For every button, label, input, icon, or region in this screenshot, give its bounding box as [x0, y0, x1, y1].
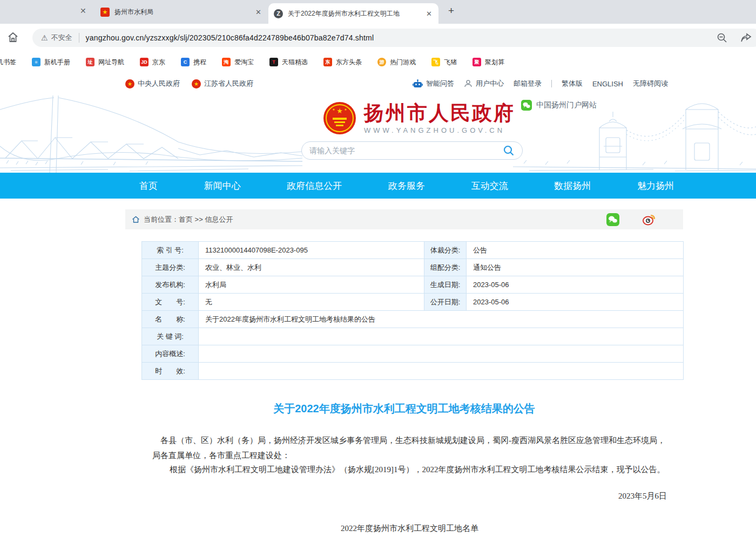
bookmark-favicon-icon: 淘 [222, 58, 231, 66]
table-row: 关 键 词: [142, 328, 684, 345]
wechat-share-icon[interactable] [606, 213, 619, 226]
nav-home[interactable]: 首页 [139, 180, 158, 192]
info-value: 公告 [467, 242, 684, 259]
site-favicon-icon: Z [274, 9, 283, 18]
bookmark-item[interactable]: 机书签 [0, 58, 16, 67]
bookmark-label: 飞猪 [444, 58, 457, 67]
bookmark-favicon-icon: 聚 [473, 58, 481, 66]
bookmark-label: 新机手册 [44, 58, 70, 67]
link-smart-qa[interactable]: 智能问答 [413, 79, 454, 88]
info-label: 时 效: [142, 363, 199, 380]
close-icon[interactable]: ✕ [80, 6, 86, 15]
gov-emblem-icon: ★ [192, 79, 201, 88]
tab-title: 扬州市水利局 [114, 8, 249, 17]
close-icon[interactable]: ✕ [254, 8, 262, 16]
site-banner: ★ ★ ★ 扬州市人民政府 WWW.YANGZHOU.GOV.CN 中国扬州门户… [0, 94, 756, 173]
nav-charm-yangzhou[interactable]: 魅力扬州 [637, 180, 674, 192]
info-label: 发布机构: [142, 276, 199, 294]
nav-data-yangzhou[interactable]: 数据扬州 [554, 180, 591, 192]
info-label: 组配分类: [424, 259, 467, 276]
bookmark-item[interactable]: 址 网址导航 [86, 58, 124, 67]
link-traditional-chinese[interactable]: 繁体版 [562, 79, 583, 88]
nav-news-center[interactable]: 新闻中心 [204, 180, 241, 192]
share-icon[interactable] [740, 32, 753, 44]
close-icon[interactable]: ✕ [425, 10, 433, 18]
info-label: 体裁分类: [424, 242, 467, 259]
tab-yangzhou-water-bureau[interactable]: ★ 扬州市水利局 ✕ [100, 4, 262, 19]
info-value [199, 345, 684, 363]
bookmark-label: 京东 [152, 58, 165, 67]
bookmark-item[interactable]: C 携程 [181, 58, 206, 67]
url-omnibox[interactable]: ⚠ 不安全 yangzhou.gov.cn/yzszxxgk/slj/20230… [32, 29, 756, 47]
divider [551, 80, 552, 87]
bookmark-item[interactable]: 聚 聚划算 [473, 58, 504, 67]
bookmark-favicon-icon: 址 [86, 58, 94, 66]
breadcrumb: 当前位置： 首页 >> 信息公开 [125, 209, 683, 229]
gov-emblem-icon: ★ [100, 8, 110, 17]
bookmark-item[interactable]: 飞 飞猪 [431, 58, 457, 67]
site-logo[interactable]: ★ ★ ★ 扬州市人民政府 WWW.YANGZHOU.GOV.CN [323, 101, 515, 135]
nav-interaction[interactable]: 互动交流 [471, 180, 508, 192]
user-icon [464, 79, 473, 88]
bookmark-label: 热门游戏 [390, 58, 416, 67]
info-label: 文 号: [142, 294, 199, 311]
weibo-share-icon[interactable] [642, 213, 656, 226]
info-label: 生成日期: [424, 276, 467, 294]
url-text[interactable]: yangzhou.gov.cn/yzszxxgk/slj/202305/210c… [86, 33, 374, 42]
search-icon[interactable] [503, 145, 515, 156]
document-info-table: 索 引 号: 11321000014407098E-2023-095 体裁分类:… [141, 241, 684, 380]
nav-gov-services[interactable]: 政务服务 [388, 180, 425, 192]
link-central-gov[interactable]: ★ 中央人民政府 [125, 79, 180, 88]
link-accessibility[interactable]: 无障碍阅读 [633, 79, 668, 88]
link-user-center[interactable]: 用户中心 [464, 79, 504, 88]
info-label: 关 键 词: [142, 328, 199, 345]
info-value: 2023-05-06 [467, 294, 684, 311]
info-value [199, 328, 684, 345]
link-english[interactable]: ENGLISH [592, 80, 623, 88]
link-mail-login[interactable]: 邮箱登录 [514, 79, 542, 88]
info-value: 水利局 [199, 276, 424, 294]
bookmark-label: 天猫精选 [282, 58, 308, 67]
bookmark-favicon-icon: C [181, 58, 190, 66]
bookmark-item[interactable]: 游 热门游戏 [377, 58, 416, 67]
tab-announcement-active[interactable]: Z 关于2022年度扬州市水利工程文明工地 ✕ [268, 3, 438, 24]
portal-link[interactable]: 中国扬州门户网站 [521, 100, 597, 111]
bookmark-item[interactable]: T 天猫精选 [269, 58, 308, 67]
bookmark-label: 爱淘宝 [234, 58, 254, 67]
bookmark-item[interactable]: ≡ 新机手册 [32, 58, 70, 67]
browser-address-bar: ⚠ 不安全 yangzhou.gov.cn/yzszxxgk/slj/20230… [0, 24, 756, 51]
link-jiangsu-gov[interactable]: ★ 江苏省人民政府 [192, 79, 253, 88]
article-date: 2023年5月6日 [152, 488, 667, 503]
breadcrumb-prefix: 当前位置： [144, 215, 179, 224]
gov-utility-bar: ★ 中央人民政府 ★ 江苏省人民政府 智能问答 用户中心 邮箱登录 繁体版 [0, 73, 756, 94]
bookmark-item[interactable]: 淘 爱淘宝 [222, 58, 254, 67]
home-icon[interactable] [6, 31, 19, 44]
new-tab-button[interactable]: + [448, 5, 454, 17]
security-label: 不安全 [51, 33, 79, 43]
wechat-icon [521, 100, 532, 111]
info-label: 内容概述: [142, 345, 199, 363]
tab-title: 关于2022年度扬州市水利工程文明工地 [288, 9, 420, 18]
security-warning-icon[interactable]: ⚠ [41, 33, 48, 42]
bookmark-label: 携程 [193, 58, 206, 67]
article-paragraph: 各县（市、区）水利（务）局，扬州经济开发区城乡事务管理局，生态科技新城规划建设局… [152, 433, 667, 463]
search-input[interactable] [309, 146, 503, 155]
article-paragraph: 根据《扬州市水利工程文明工地建设管理办法》（扬水规[2019]1号），2022年… [152, 462, 667, 477]
zoom-out-icon[interactable] [716, 32, 728, 44]
nav-gov-info-disclosure[interactable]: 政府信息公开 [287, 180, 342, 192]
info-value: 通知公告 [467, 259, 684, 276]
site-title: 扬州市人民政府 [364, 103, 515, 124]
bookmark-favicon-icon: 飞 [431, 58, 440, 66]
bookmark-item[interactable]: 东 东方头条 [323, 58, 362, 67]
breadcrumb-path[interactable]: 首页 >> 信息公开 [179, 215, 233, 224]
bookmarks-bar: 机书签 ≡ 新机手册 址 网址导航 JD 京东 C 携程 淘 爱淘宝 T 天猫精… [0, 51, 756, 73]
bookmark-label: 东方头条 [336, 58, 362, 67]
bookmark-favicon-icon: 东 [323, 58, 332, 66]
info-value: 11321000014407098E-2023-095 [199, 242, 424, 259]
info-value: 2023-05-06 [467, 276, 684, 294]
bookmark-label: 机书签 [0, 58, 16, 67]
bookmark-item[interactable]: JD 京东 [140, 58, 165, 67]
table-row: 发布机构: 水利局 生成日期: 2023-05-06 [142, 276, 684, 294]
info-value: 关于2022年度扬州市水利工程文明工地考核结果的公告 [199, 311, 684, 328]
bookmark-favicon-icon: JD [140, 58, 148, 66]
